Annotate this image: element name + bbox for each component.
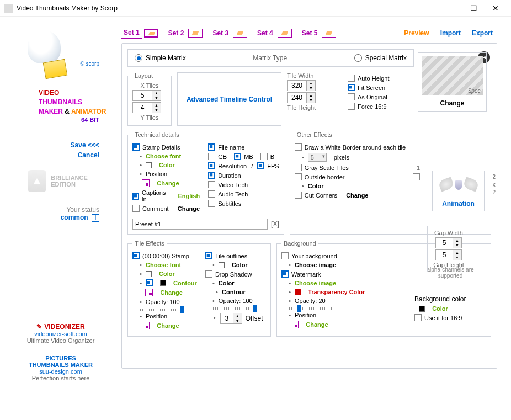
change-preview-button[interactable]: Change: [422, 98, 483, 108]
stamp-details-check[interactable]: [132, 143, 140, 151]
stamp-color-link[interactable]: Color: [159, 162, 175, 168]
set5-icon[interactable]: [322, 29, 336, 38]
advanced-timeline-button[interactable]: Advanced Timeline Control: [177, 72, 281, 126]
tab-set5[interactable]: Set 5: [300, 28, 320, 38]
ds-offset-input[interactable]: [220, 313, 233, 324]
preset-input[interactable]: [132, 219, 268, 230]
tilewidth-input[interactable]: [287, 80, 307, 91]
special-matrix-radio[interactable]: Special Matrix: [354, 54, 407, 62]
set3-icon[interactable]: [233, 29, 247, 38]
info-icon[interactable]: i: [92, 214, 99, 222]
ts-contour-check[interactable]: [146, 279, 153, 286]
timestamp-check[interactable]: [132, 252, 140, 259]
stamp-font-link[interactable]: Choose font: [146, 153, 181, 160]
xtiles-spinner[interactable]: ▲▼: [152, 90, 161, 101]
ts-change-link[interactable]: Change: [157, 322, 179, 329]
tab-set4[interactable]: Set 4: [255, 28, 275, 38]
stamp-position-icon[interactable]: [142, 179, 150, 187]
wm-change-link[interactable]: Change: [306, 321, 328, 328]
dropshadow-check[interactable]: [205, 270, 212, 278]
gb-check[interactable]: [208, 153, 215, 160]
ytiles-input[interactable]: [132, 102, 152, 113]
tileheight-input[interactable]: [287, 92, 307, 103]
ytiles-spinner[interactable]: ▲▼: [152, 102, 161, 113]
import-link[interactable]: Import: [440, 29, 461, 37]
captions-lang-link[interactable]: English: [178, 193, 200, 199]
ds-contour-link[interactable]: Contour: [222, 289, 246, 295]
ts-color-link[interactable]: Color: [159, 270, 175, 277]
maximize-button[interactable]: ☐: [462, 1, 485, 16]
b-check[interactable]: [260, 153, 268, 160]
ts-contour-change-link[interactable]: Change: [160, 289, 182, 296]
save-button[interactable]: Save <<<: [11, 141, 99, 149]
resolution-check[interactable]: [208, 162, 215, 169]
videotech-check[interactable]: [208, 181, 215, 188]
outside-extra-check[interactable]: [413, 173, 420, 180]
fitscreen-check[interactable]: [348, 84, 355, 91]
ts-position-icon[interactable]: [142, 322, 150, 329]
outside-border-check[interactable]: [295, 173, 302, 180]
bgcolor-swatch[interactable]: [419, 306, 425, 312]
ptm-link[interactable]: suu-design.com: [22, 368, 99, 375]
subtitles-check[interactable]: [208, 200, 215, 207]
minimize-button[interactable]: —: [440, 1, 462, 16]
gapwidth-spinner[interactable]: ▲▼: [453, 237, 462, 248]
wm-choose-link[interactable]: Choose image: [295, 280, 336, 286]
force169-check[interactable]: [348, 103, 355, 110]
close-button[interactable]: ✕: [485, 1, 507, 16]
fps-check[interactable]: [257, 162, 264, 169]
cutcorners-check[interactable]: [295, 192, 302, 199]
tab-set3[interactable]: Set 3: [210, 28, 231, 38]
cancel-button[interactable]: Cancel: [11, 151, 99, 159]
yourbg-choose-link[interactable]: Choose image: [295, 262, 336, 268]
asoriginal-check[interactable]: [348, 93, 355, 100]
ts-contour-swatch[interactable]: [160, 280, 166, 286]
gapheight-input[interactable]: [435, 249, 453, 260]
gapwidth-input[interactable]: [435, 237, 453, 248]
wm-transp-link[interactable]: Transparency Color: [308, 289, 365, 295]
tab-set2[interactable]: Set 2: [166, 28, 187, 38]
ds-opacity-slider[interactable]: [213, 307, 257, 310]
set1-icon[interactable]: [144, 29, 158, 38]
wm-position-icon[interactable]: [291, 321, 299, 328]
ts-color-swatch[interactable]: [146, 271, 152, 277]
cutcorners-change-link[interactable]: Change: [346, 192, 368, 199]
comment-check[interactable]: [132, 205, 140, 212]
ds-color-link[interactable]: Color: [219, 280, 235, 286]
animation-button[interactable]: Animation: [436, 200, 481, 208]
ts-opacity-slider[interactable]: [140, 309, 184, 311]
use169-check[interactable]: [414, 314, 422, 321]
duration-check[interactable]: [208, 172, 215, 179]
tab-set1[interactable]: Set 1: [121, 28, 142, 39]
outside-color-link[interactable]: Color: [308, 183, 324, 189]
set2-icon[interactable]: [188, 29, 203, 38]
tilewidth-spinner[interactable]: ▲▼: [307, 80, 316, 91]
comment-change-link[interactable]: Change: [178, 205, 200, 212]
ts-contour-link[interactable]: Contour: [173, 280, 197, 286]
outlines-check[interactable]: [205, 252, 212, 259]
autoheight-check[interactable]: [348, 75, 355, 82]
preset-clear-button[interactable]: [X]: [271, 220, 279, 228]
stamp-color-swatch[interactable]: [146, 162, 152, 168]
ts-font-link[interactable]: Choose font: [146, 262, 181, 268]
captions-check[interactable]: [132, 193, 139, 200]
wm-transp-swatch[interactable]: [295, 289, 301, 295]
whiteborder-check[interactable]: [295, 143, 302, 151]
export-link[interactable]: Export: [472, 29, 493, 37]
wm-opacity-slider[interactable]: [289, 307, 333, 310]
outlines-color-link[interactable]: Color: [232, 262, 248, 268]
simple-matrix-radio[interactable]: Simple Matrix: [135, 54, 186, 62]
xtiles-input[interactable]: [132, 90, 152, 101]
stamp-change-link[interactable]: Change: [157, 180, 179, 187]
mb-check[interactable]: [234, 153, 241, 160]
filename-check[interactable]: [208, 143, 215, 151]
audiotech-check[interactable]: [208, 190, 215, 198]
set4-icon[interactable]: [278, 29, 292, 38]
ts-contour-pos-icon[interactable]: [145, 289, 153, 296]
preview-link[interactable]: Preview: [404, 29, 429, 37]
gapheight-spinner[interactable]: ▲▼: [453, 249, 462, 260]
border-px-dropdown[interactable]: 5: [308, 153, 327, 162]
watermark-check[interactable]: [281, 270, 289, 278]
videonizer-link[interactable]: videonizer-soft.com: [22, 331, 99, 337]
yourbg-check[interactable]: [281, 252, 289, 259]
